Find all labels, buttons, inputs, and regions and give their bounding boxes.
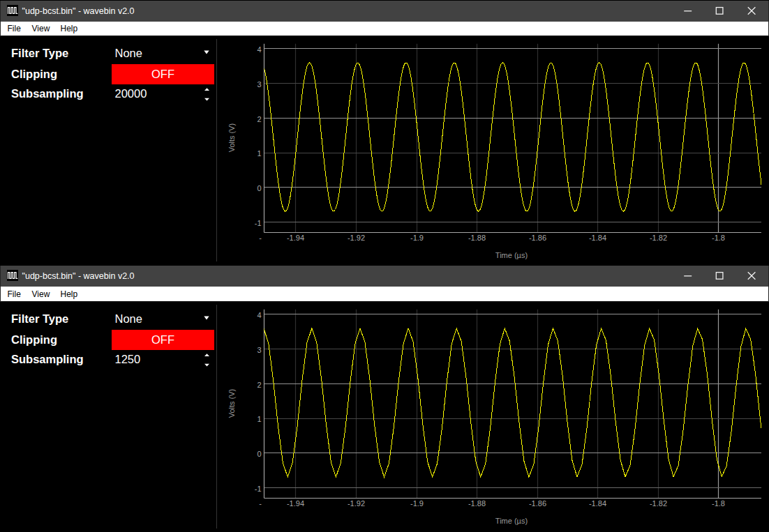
svg-text:-1.86: -1.86 — [529, 499, 546, 508]
svg-text:-1.8: -1.8 — [712, 234, 725, 242]
svg-text:-1.8: -1.8 — [712, 499, 725, 508]
svg-text:-1.86: -1.86 — [529, 234, 546, 242]
svg-text:Time (µs): Time (µs) — [495, 251, 528, 259]
svg-text:1: 1 — [257, 149, 261, 158]
svg-text:-1.9: -1.9 — [410, 499, 424, 508]
svg-text:Volts (V): Volts (V) — [227, 123, 236, 153]
svg-text:-1.82: -1.82 — [650, 499, 667, 508]
svg-text:-1.92: -1.92 — [348, 499, 365, 508]
svg-text:-1: -1 — [255, 219, 262, 227]
svg-text:-1.9: -1.9 — [410, 234, 424, 242]
svg-text:Volts (V): Volts (V) — [227, 389, 236, 418]
svg-text:2: 2 — [257, 381, 261, 389]
svg-text:-1.88: -1.88 — [468, 499, 486, 508]
svg-text:-1.94: -1.94 — [287, 234, 304, 242]
svg-text:-1: -1 — [255, 485, 262, 493]
svg-text:-1.84: -1.84 — [589, 499, 606, 508]
svg-text:-1.88: -1.88 — [468, 234, 486, 242]
svg-text:4: 4 — [257, 45, 261, 54]
svg-text:4: 4 — [257, 311, 261, 319]
svg-text:0: 0 — [257, 450, 261, 458]
svg-text:-1.92: -1.92 — [348, 234, 365, 242]
svg-text:-: - — [259, 499, 262, 508]
svg-text:3: 3 — [257, 346, 261, 354]
svg-text:-: - — [259, 234, 262, 242]
svg-text:0: 0 — [257, 184, 261, 192]
svg-text:-1.82: -1.82 — [650, 234, 667, 242]
svg-text:-1.94: -1.94 — [287, 499, 304, 508]
svg-text:-1.84: -1.84 — [589, 234, 606, 242]
svg-text:Time (µs): Time (µs) — [495, 517, 528, 525]
svg-text:2: 2 — [257, 115, 261, 123]
svg-text:1: 1 — [257, 415, 261, 423]
svg-text:3: 3 — [257, 80, 261, 89]
